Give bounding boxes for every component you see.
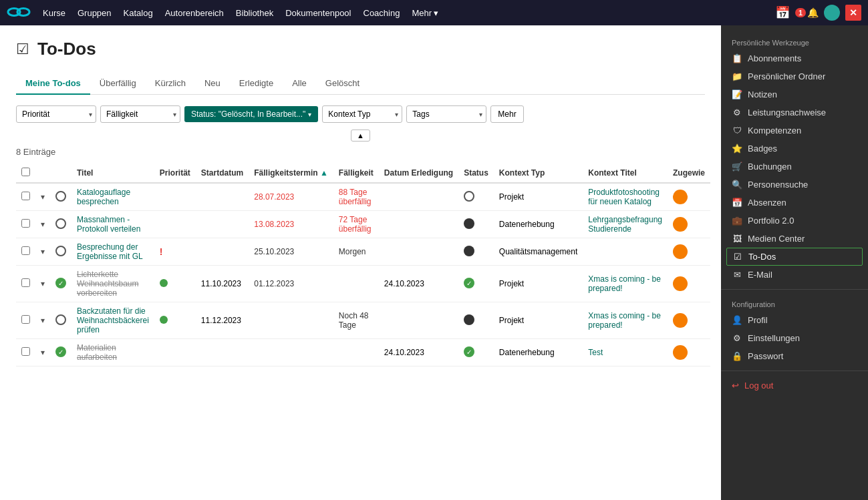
row-expand-cell[interactable]: ▾ (35, 211, 50, 238)
panel-item-absenzen[interactable]: 📅 Absenzen (721, 194, 868, 212)
nav-mehr[interactable]: Mehr ▾ (412, 8, 438, 18)
context-title-link[interactable]: Xmas is coming - be prepared! (588, 311, 661, 330)
row-expand-cell[interactable]: ▾ (35, 339, 50, 366)
row-checkbox[interactable] (21, 315, 30, 324)
mehr-filter-button[interactable]: Mehr (490, 105, 523, 123)
panel-item-persoenlicher-ordner[interactable]: 📁 Persönlicher Ordner (721, 67, 868, 85)
nav-bibliothek[interactable]: Bibliothek (236, 8, 273, 18)
row-complete-toggle[interactable] (50, 302, 71, 339)
row-checkbox[interactable] (21, 278, 30, 287)
tab-kuerzlich[interactable]: Kürzlich (146, 73, 195, 95)
panel-item-einstellungen[interactable]: ⚙ Einstellungen (721, 329, 868, 347)
context-title-link[interactable]: Test (588, 348, 603, 357)
panel-item-portfolio[interactable]: 💼 Portfolio 2.0 (721, 212, 868, 230)
tab-geloescht[interactable]: Gelöscht (316, 73, 369, 95)
nav-gruppen[interactable]: Gruppen (78, 8, 112, 18)
panel-item-todos[interactable]: ☑ To-Dos (726, 248, 863, 266)
context-title-link[interactable]: Produktfotoshooting für neuen Katalog (588, 188, 660, 206)
user-avatar[interactable] (824, 5, 840, 21)
incomplete-icon[interactable] (55, 314, 66, 325)
header-due-date[interactable]: Fälligkeitstermin ▲ (249, 164, 333, 183)
context-title-link[interactable]: Lehrgangsbefragung Studierende (588, 215, 662, 234)
context-title-link[interactable]: Xmas is coming - be prepared! (588, 274, 661, 293)
row-complete-toggle[interactable] (50, 266, 71, 302)
tab-erledigte[interactable]: Erledigte (230, 73, 283, 95)
row-complete-toggle[interactable] (50, 238, 71, 266)
header-context-title[interactable]: Kontext Titel (583, 164, 668, 183)
row-expand-cell[interactable]: ▾ (35, 302, 50, 339)
expand-icon[interactable]: ▾ (41, 220, 45, 229)
header-startdate[interactable]: Startdatum (196, 164, 249, 183)
row-context-type: Projekt (494, 266, 583, 302)
notification-wrap[interactable]: 1 🔔 (795, 7, 819, 18)
calendar-icon[interactable]: 📅 (775, 5, 790, 20)
panel-item-notizen[interactable]: 📝 Notizen (721, 85, 868, 103)
nav-autorenbereich[interactable]: Autorenbereich (165, 8, 224, 18)
tab-alle[interactable]: Alle (283, 73, 316, 95)
incomplete-icon[interactable] (55, 191, 66, 202)
row-expand-cell[interactable]: ▾ (35, 266, 50, 302)
tab-neu[interactable]: Neu (195, 73, 230, 95)
row-checkbox[interactable] (21, 246, 30, 255)
incomplete-icon[interactable] (55, 246, 66, 256)
row-expand-cell[interactable]: ▾ (35, 183, 50, 211)
nav-kurse[interactable]: Kurse (43, 8, 65, 18)
panel-item-personensuche[interactable]: 🔍 Personensuche (721, 176, 868, 194)
row-complete-toggle[interactable] (50, 211, 71, 238)
row-complete-toggle[interactable] (50, 183, 71, 211)
tab-ueberfaellig[interactable]: Überfällig (90, 73, 146, 95)
row-title-link[interactable]: Backzutaten für die Weihnachtsbäckerei p… (77, 306, 149, 334)
header-status[interactable]: Status (458, 164, 494, 183)
tags-filter[interactable]: Tags (406, 105, 486, 123)
panel-item-profil[interactable]: 👤 Profil (721, 311, 868, 329)
expand-icon[interactable]: ▾ (41, 348, 45, 357)
priority-filter[interactable]: Priorität (16, 105, 96, 123)
nav-katalog[interactable]: Katalog (124, 8, 153, 18)
expand-icon[interactable]: ▾ (41, 247, 45, 256)
header-select-all[interactable] (16, 164, 35, 183)
row-checkbox[interactable] (21, 219, 30, 228)
due-filter[interactable]: Fälligkeit (100, 105, 180, 123)
header-faelligkeit[interactable]: Fälligkeit (333, 164, 379, 183)
row-title-link[interactable]: Besprechung der Ergebnisse mit GL (77, 242, 143, 261)
panel-item-abonnements[interactable]: 📋 Abonnements (721, 49, 868, 67)
panel-item-buchungen[interactable]: 🛒 Buchungen (721, 158, 868, 176)
status-filter-button[interactable]: Status: "Gelöscht, In Bearbeit..." ▾ (184, 106, 318, 122)
header-context-type[interactable]: Kontext Typ (494, 164, 583, 183)
tab-meine-todos[interactable]: Meine To-dos (16, 73, 90, 95)
row-expand-cell[interactable]: ▾ (35, 238, 50, 266)
header-assigned[interactable]: Zugewie (668, 164, 710, 183)
expand-icon[interactable]: ▾ (41, 316, 45, 325)
row-complete-toggle[interactable] (50, 339, 71, 366)
close-panel-button[interactable]: ✕ (845, 5, 861, 21)
complete-icon[interactable] (55, 346, 66, 357)
panel-item-leistungsnachweise[interactable]: ⚙ Leistungsnachweise (721, 103, 868, 121)
header-priority[interactable]: Priorität (154, 164, 196, 183)
panel-item-kompetenzen[interactable]: 🛡 Kompetenzen (721, 121, 868, 140)
select-all-checkbox[interactable] (21, 168, 30, 176)
panel-item-medien-center[interactable]: 🖼 Medien Center (721, 230, 868, 248)
nav-coaching[interactable]: Coaching (364, 8, 400, 18)
row-title-link[interactable]: Massnahmen - Protokoll verteilen (77, 215, 140, 234)
collapse-button[interactable]: ▲ (351, 130, 370, 142)
header-completion-date[interactable]: Datum Erledigung (379, 164, 458, 183)
notification-badge[interactable]: 1 (795, 8, 806, 17)
panel-item-passwort[interactable]: 🔒 Passwort (721, 347, 868, 365)
panel-item-email[interactable]: ✉ E-Mail (721, 266, 868, 284)
row-checkbox[interactable] (21, 347, 30, 356)
context-type-filter[interactable]: Kontext Typ (322, 105, 402, 123)
row-title-link[interactable]: Lichterkette Weihnachtsbaum vorbereiten (77, 270, 139, 298)
incomplete-icon[interactable] (55, 218, 66, 229)
row-title-link[interactable]: Katalogauflage besprechen (77, 188, 130, 206)
header-title[interactable]: Titel (71, 164, 154, 183)
row-checkbox[interactable] (21, 192, 30, 200)
panel-item-badges[interactable]: ⭐ Badges (721, 140, 868, 158)
expand-icon[interactable]: ▾ (41, 192, 45, 202)
row-title-link[interactable]: Materialien aufarbeiten (77, 343, 117, 362)
row-completion-date: 24.10.2023 (379, 266, 458, 302)
logout-button[interactable]: ↩ Log out (721, 377, 868, 395)
complete-icon[interactable] (55, 278, 66, 288)
nav-dokumentenpool[interactable]: Dokumentenpool (285, 8, 351, 18)
expand-icon[interactable]: ▾ (41, 279, 45, 288)
logo[interactable] (7, 0, 31, 26)
